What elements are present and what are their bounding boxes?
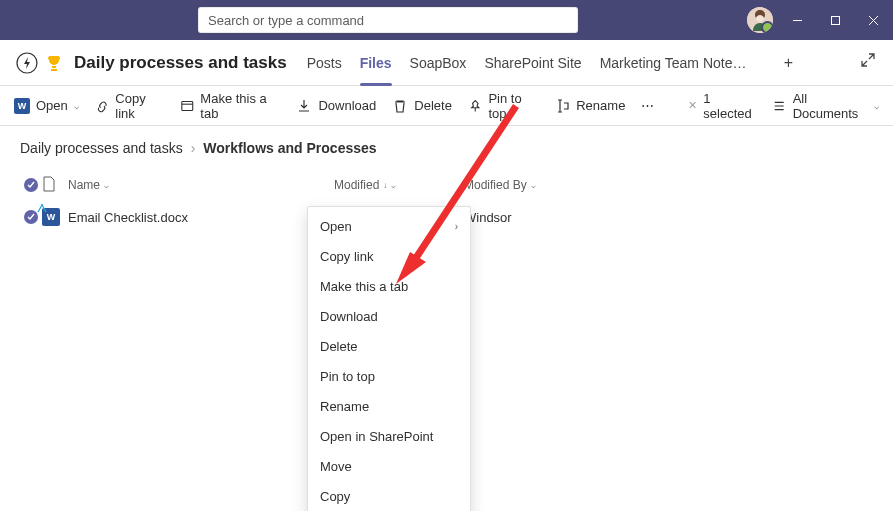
channel-icons [16,52,64,74]
new-badge-icon [36,204,48,214]
modified-header[interactable]: Modified ↓ ⌵ [334,178,464,192]
channel-title: Daily processes and tasks [74,53,287,73]
minimize-button[interactable] [783,0,811,40]
channel-header: Daily processes and tasks Posts Files So… [0,40,893,86]
search-box[interactable] [198,7,578,33]
word-doc-icon: W [42,208,60,226]
ctx-open-sharepoint[interactable]: Open in SharePoint [308,421,470,451]
file-name[interactable]: Email Checklist.docx [68,210,314,225]
title-bar [0,0,893,40]
delete-button[interactable]: Delete [392,98,452,114]
make-tab-button[interactable]: Make this a tab [180,91,281,121]
rename-button[interactable]: Rename [554,98,625,114]
word-icon: W [14,98,30,114]
list-icon [772,98,786,114]
more-button[interactable]: ⋯ [641,98,656,113]
select-all-check[interactable] [20,178,42,192]
modifiedby-header[interactable]: Modified By ⌵ [464,178,536,192]
tab-sharepoint-site[interactable]: SharePoint Site [484,40,581,85]
ctx-rename[interactable]: Rename [308,391,470,421]
selected-count[interactable]: ✕ 1 selected [688,91,756,121]
open-label: Open [36,98,68,113]
chevron-down-icon: ⌵ [391,181,396,190]
trophy-icon [44,53,64,73]
tab-files[interactable]: Files [360,40,392,85]
search-input[interactable] [208,13,568,28]
tab-strip: Posts Files SoapBox SharePoint Site Mark… [307,40,803,85]
selected-label: 1 selected [703,91,756,121]
tab-posts[interactable]: Posts [307,40,342,85]
command-bar: W Open ⌵ Copy link Make this a tab Downl… [0,86,893,126]
alldocs-label: All Documents [793,91,868,121]
close-window-button[interactable] [859,0,887,40]
svg-rect-3 [831,16,839,24]
ctx-open[interactable]: Open› [308,211,470,241]
chevron-down-icon: ⌵ [531,181,536,190]
ctx-copy-link[interactable]: Copy link [308,241,470,271]
ctx-move[interactable]: Move [308,451,470,481]
user-avatar[interactable] [747,7,773,33]
delete-label: Delete [414,98,452,113]
maketab-label: Make this a tab [200,91,280,121]
download-button[interactable]: Download [296,98,376,114]
add-tab-button[interactable]: + [774,49,802,77]
file-list-header: Name ⌵ Modified ↓ ⌵ Modified By ⌵ [0,170,893,200]
pin-button[interactable]: Pin to top [468,91,538,121]
copy-link-button[interactable]: Copy link [95,91,164,121]
tab-icon [180,98,195,114]
download-label: Download [318,98,376,113]
chevron-down-icon: ⌵ [874,101,879,111]
chevron-down-icon: ⌵ [104,181,109,190]
tab-soapbox[interactable]: SoapBox [410,40,467,85]
ctx-delete[interactable]: Delete [308,331,470,361]
pin-label: Pin to top [488,91,538,121]
sort-desc-icon: ↓ [383,181,387,190]
trash-icon [392,98,408,114]
clear-selection-icon[interactable]: ✕ [688,99,697,112]
copylink-label: Copy link [115,91,163,121]
maximize-button[interactable] [821,0,849,40]
expand-icon[interactable] [861,53,875,71]
breadcrumb-sep: › [191,140,196,156]
ctx-download[interactable]: Download [308,301,470,331]
svg-point-9 [41,204,43,206]
ctx-copy[interactable]: Copy [308,481,470,511]
download-icon [296,98,312,114]
context-menu: Open› Copy link Make this a tab Download… [307,206,471,511]
svg-rect-7 [182,101,193,110]
lightning-icon [16,52,38,74]
name-header[interactable]: Name ⌵ [68,178,334,192]
chevron-down-icon: ⌵ [74,101,79,111]
breadcrumb: Daily processes and tasks › Workflows an… [0,126,893,170]
open-button[interactable]: W Open ⌵ [14,98,79,114]
ctx-pin-to-top[interactable]: Pin to top [308,361,470,391]
window-controls [747,0,893,40]
rename-icon [554,98,570,114]
link-icon [95,98,110,114]
pin-icon [468,98,483,114]
file-type-header [42,176,68,195]
breadcrumb-root[interactable]: Daily processes and tasks [20,140,183,156]
view-selector[interactable]: All Documents ⌵ [772,91,879,121]
rename-label: Rename [576,98,625,113]
file-type-icon: W [42,208,68,226]
breadcrumb-current: Workflows and Processes [203,140,376,156]
ctx-make-tab[interactable]: Make this a tab [308,271,470,301]
file-modified-by: Windsor [464,210,512,225]
chevron-right-icon: › [455,221,458,232]
tab-marketing-notes[interactable]: Marketing Team Note… [600,40,747,85]
